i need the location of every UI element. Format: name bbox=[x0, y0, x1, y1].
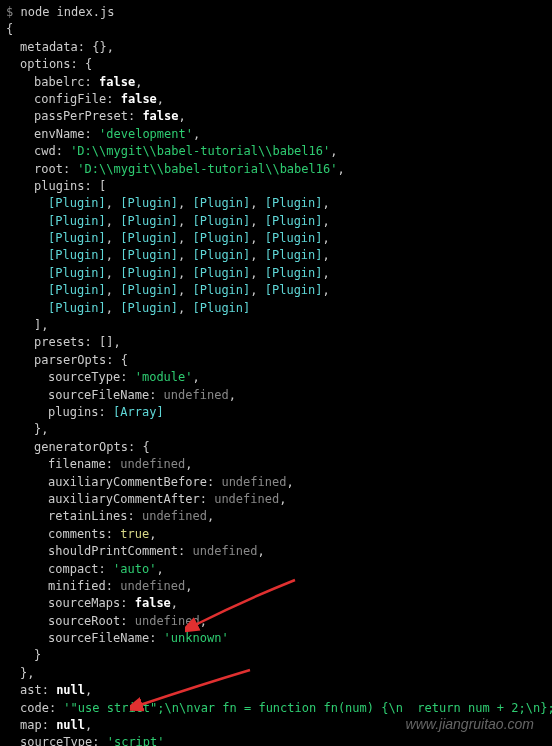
compact-line: compact: 'auto', bbox=[6, 561, 546, 578]
command-line: $ node index.js bbox=[6, 4, 546, 21]
sourcetype-out-line: sourceType: 'script' bbox=[6, 734, 546, 746]
parser-plugins-line: plugins: [Array] bbox=[6, 404, 546, 421]
options-open: options: { bbox=[6, 56, 546, 73]
prompt-symbol: $ bbox=[6, 5, 20, 19]
retainlines-line: retainLines: undefined, bbox=[6, 508, 546, 525]
generatoropts-close: } bbox=[6, 647, 546, 664]
plugins-close: ], bbox=[6, 317, 546, 334]
plugin-row: [Plugin], [Plugin], [Plugin], [Plugin], bbox=[6, 282, 546, 299]
gen-sourcefilename-line: sourceFileName: 'unknown' bbox=[6, 630, 546, 647]
plugin-row: [Plugin], [Plugin], [Plugin], [Plugin], bbox=[6, 213, 546, 230]
sourcefilename-line: sourceFileName: undefined, bbox=[6, 387, 546, 404]
cwd-line: cwd: 'D:\\mygit\\babel-tutorial\\babel16… bbox=[6, 143, 546, 160]
options-close: }, bbox=[6, 665, 546, 682]
parseropts-open: parserOpts: { bbox=[6, 352, 546, 369]
plugin-row: [Plugin], [Plugin], [Plugin], [Plugin], bbox=[6, 265, 546, 282]
ast-line: ast: null, bbox=[6, 682, 546, 699]
parseropts-close: }, bbox=[6, 421, 546, 438]
plugin-row: [Plugin], [Plugin], [Plugin], [Plugin], bbox=[6, 247, 546, 264]
metadata-line: metadata: {}, bbox=[6, 39, 546, 56]
root-line: root: 'D:\\mygit\\babel-tutorial\\babel1… bbox=[6, 161, 546, 178]
auxafter-line: auxiliaryCommentAfter: undefined, bbox=[6, 491, 546, 508]
command-text: node index.js bbox=[20, 5, 114, 19]
plugin-row: [Plugin], [Plugin], [Plugin], [Plugin], bbox=[6, 230, 546, 247]
shouldprintcomment-line: shouldPrintComment: undefined, bbox=[6, 543, 546, 560]
comments-line: comments: true, bbox=[6, 526, 546, 543]
brace-open: { bbox=[6, 21, 546, 38]
generatoropts-open: generatorOpts: { bbox=[6, 439, 546, 456]
sourcemaps-line: sourceMaps: false, bbox=[6, 595, 546, 612]
plugin-row: [Plugin], [Plugin], [Plugin], [Plugin], bbox=[6, 195, 546, 212]
passperpreset-line: passPerPreset: false, bbox=[6, 108, 546, 125]
sourcetype-line: sourceType: 'module', bbox=[6, 369, 546, 386]
plugin-row: [Plugin], [Plugin], [Plugin] bbox=[6, 300, 546, 317]
auxbefore-line: auxiliaryCommentBefore: undefined, bbox=[6, 474, 546, 491]
filename-line: filename: undefined, bbox=[6, 456, 546, 473]
minified-line: minified: undefined, bbox=[6, 578, 546, 595]
plugin-rows: [Plugin], [Plugin], [Plugin], [Plugin], … bbox=[6, 195, 546, 317]
envname-line: envName: 'development', bbox=[6, 126, 546, 143]
configfile-line: configFile: false, bbox=[6, 91, 546, 108]
watermark-text: www.jiangruitao.com bbox=[406, 714, 534, 734]
terminal-output: $ node index.js { metadata: {}, options:… bbox=[6, 4, 546, 746]
plugins-open: plugins: [ bbox=[6, 178, 546, 195]
sourceroot-line: sourceRoot: undefined, bbox=[6, 613, 546, 630]
babelrc-line: babelrc: false, bbox=[6, 74, 546, 91]
presets-line: presets: [], bbox=[6, 334, 546, 351]
